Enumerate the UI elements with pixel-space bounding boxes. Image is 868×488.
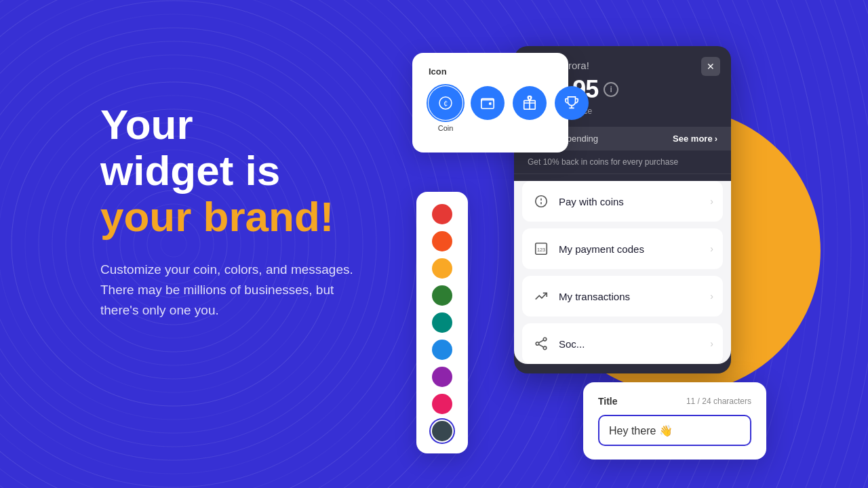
color-dark[interactable] bbox=[432, 421, 452, 441]
icon-card-label: Icon bbox=[429, 66, 552, 77]
svg-text:₵: ₵ bbox=[443, 100, 448, 107]
menu-item-left: Pay with coins bbox=[532, 192, 624, 211]
svg-line-10 bbox=[539, 344, 543, 347]
svg-point-4 bbox=[536, 196, 547, 207]
title-label: Title bbox=[598, 396, 618, 407]
menu-card: Pay with coins › 123 My payment codes › bbox=[514, 181, 731, 364]
menu-item-social[interactable]: Soc... › bbox=[522, 323, 723, 364]
title-header: Title 11 / 24 characters bbox=[598, 396, 751, 407]
info-icon[interactable]: i bbox=[604, 82, 618, 97]
icon-row: ₵ Coin bbox=[429, 86, 552, 132]
menu-item-left: My transactions bbox=[532, 287, 630, 306]
svg-point-0 bbox=[439, 97, 452, 109]
cashback-row: Get 10% back in coins for every purchase bbox=[514, 150, 731, 174]
chart-icon bbox=[532, 287, 551, 306]
headline-line1: Your bbox=[100, 101, 193, 148]
subtext: Customize your coin, colors, and message… bbox=[100, 260, 365, 321]
chevron-right-icon: › bbox=[710, 291, 713, 302]
chevron-right-icon: › bbox=[710, 196, 713, 207]
code-icon: 123 bbox=[532, 239, 551, 258]
gift-icon-button[interactable] bbox=[513, 86, 547, 120]
color-teal[interactable] bbox=[432, 312, 452, 333]
payment-codes-label: My payment codes bbox=[559, 243, 644, 255]
headline-brand: your brand! bbox=[100, 193, 334, 240]
social-label: Soc... bbox=[559, 338, 585, 350]
wallet-icon-button[interactable] bbox=[471, 86, 505, 120]
menu-item-left: Soc... bbox=[532, 334, 585, 353]
svg-point-9 bbox=[543, 346, 547, 350]
headline-line2: widget is bbox=[100, 147, 280, 194]
left-section: Your widget is your brand! Customize you… bbox=[100, 102, 406, 321]
svg-point-8 bbox=[536, 342, 539, 346]
pay-coins-label: Pay with coins bbox=[559, 196, 624, 207]
title-input[interactable] bbox=[598, 415, 751, 446]
coins-icon bbox=[532, 192, 551, 211]
color-purple[interactable] bbox=[432, 367, 452, 387]
close-button[interactable]: ✕ bbox=[701, 57, 720, 76]
coin-icon-button[interactable]: ₵ bbox=[429, 86, 462, 120]
color-orange[interactable] bbox=[432, 231, 452, 251]
menu-item-left: 123 My payment codes bbox=[532, 239, 644, 258]
chevron-right-icon: › bbox=[710, 338, 713, 349]
headline: Your widget is your brand! bbox=[100, 102, 406, 241]
color-picker-card bbox=[416, 192, 468, 453]
color-red[interactable] bbox=[432, 204, 452, 224]
menu-item-transactions[interactable]: My transactions › bbox=[522, 276, 723, 317]
chevron-right-icon: › bbox=[715, 134, 717, 144]
color-blue[interactable] bbox=[432, 340, 452, 360]
chevron-right-icon: › bbox=[710, 243, 713, 254]
transactions-label: My transactions bbox=[559, 291, 630, 302]
svg-line-11 bbox=[539, 340, 543, 343]
menu-item-pay-coins[interactable]: Pay with coins › bbox=[522, 181, 723, 222]
color-yellow[interactable] bbox=[432, 258, 452, 279]
svg-rect-2 bbox=[481, 100, 494, 108]
coin-icon-label: Coin bbox=[438, 124, 454, 132]
trophy-icon-button[interactable] bbox=[555, 86, 589, 120]
char-count: 11 / 24 characters bbox=[686, 396, 751, 406]
menu-item-payment-codes[interactable]: 123 My payment codes › bbox=[522, 228, 723, 269]
svg-text:123: 123 bbox=[537, 247, 545, 253]
title-card: Title 11 / 24 characters bbox=[583, 382, 766, 460]
see-more-button[interactable]: See more › bbox=[673, 134, 717, 144]
svg-point-7 bbox=[543, 338, 547, 341]
color-pink[interactable] bbox=[432, 394, 452, 414]
icon-card: Icon ₵ Coin bbox=[412, 53, 568, 152]
color-green[interactable] bbox=[432, 285, 452, 306]
share-icon bbox=[532, 334, 551, 353]
